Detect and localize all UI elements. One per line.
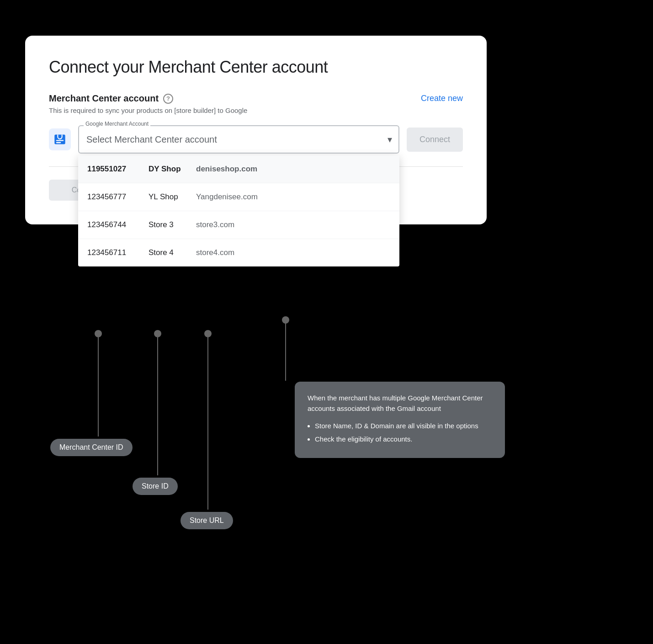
info-box-title: When the merchant has multiple Google Me… [308,393,492,414]
dropdown-item-url-2: Yangdenisee.com [196,192,258,202]
dropdown-item-store-4: Store 4 [149,248,185,257]
dropdown-item-url-1: deniseshop.com [196,165,257,174]
dropdown-item-1[interactable]: 119551027 DY Shop deniseshop.com [78,155,399,183]
info-box-item-1: Store Name, ID & Domain are all visible … [315,420,492,431]
create-new-link[interactable]: Create new [421,94,463,103]
info-box-item-2: Check the eligibility of accounts. [315,434,492,444]
dropdown-item-store-1: DY Shop [149,165,185,174]
diagram-area: Merchant Center ID Store ID Store URL Wh… [25,293,505,640]
tooltip-store-url: Store URL [181,512,233,529]
dropdown-item-id-1: 119551027 [87,165,138,174]
svg-point-8 [204,330,212,337]
connector-lines [25,293,505,640]
help-icon[interactable]: ? [163,94,173,104]
dropdown-item-2[interactable]: 123456777 YL Shop Yangdenisee.com [78,183,399,211]
connect-button[interactable]: Connect [407,128,463,152]
dropdown-item-url-4: store4.com [196,248,234,257]
svg-point-6 [154,330,161,337]
dropdown-item-store-2: YL Shop [149,192,185,202]
svg-rect-2 [56,142,61,143]
dropdown-item-id-2: 123456777 [87,192,138,202]
section-label-row: Merchant Center account ? [49,93,173,104]
select-float-label: Google Merchant Account [84,121,150,127]
section-header: Merchant Center account ? Create new [49,93,463,104]
dropdown-menu: 119551027 DY Shop deniseshop.com 1234567… [78,155,399,266]
dropdown-item-url-3: store3.com [196,220,234,229]
merchant-account-select[interactable]: Select Merchant Center account 119551027… [78,125,399,154]
tooltip-store-id: Store ID [133,478,178,495]
select-wrapper: Google Merchant Account Select Merchant … [78,125,399,154]
dropdown-item-id-4: 123456711 [87,248,138,257]
svg-point-4 [95,330,102,337]
info-box: When the merchant has multiple Google Me… [295,382,505,458]
shopping-icon [53,133,66,146]
modal-title: Connect your Merchant Center account [49,58,463,77]
modal-card: Connect your Merchant Center account Mer… [25,36,487,224]
section-description: This is required to sync your products o… [49,106,463,114]
svg-rect-1 [56,140,64,141]
info-box-list: Store Name, ID & Domain are all visible … [308,420,492,445]
svg-point-10 [282,316,289,324]
merchant-icon [49,128,71,150]
dropdown-item-4[interactable]: 123456711 Store 4 store4.com [78,239,399,266]
dropdown-item-3[interactable]: 123456744 Store 3 store3.com [78,211,399,239]
section-label: Merchant Center account [49,93,159,104]
dropdown-item-id-3: 123456744 [87,220,138,229]
tooltip-merchant-center-id: Merchant Center ID [50,439,133,456]
input-row: Google Merchant Account Select Merchant … [49,125,463,154]
dropdown-item-store-3: Store 3 [149,220,185,229]
